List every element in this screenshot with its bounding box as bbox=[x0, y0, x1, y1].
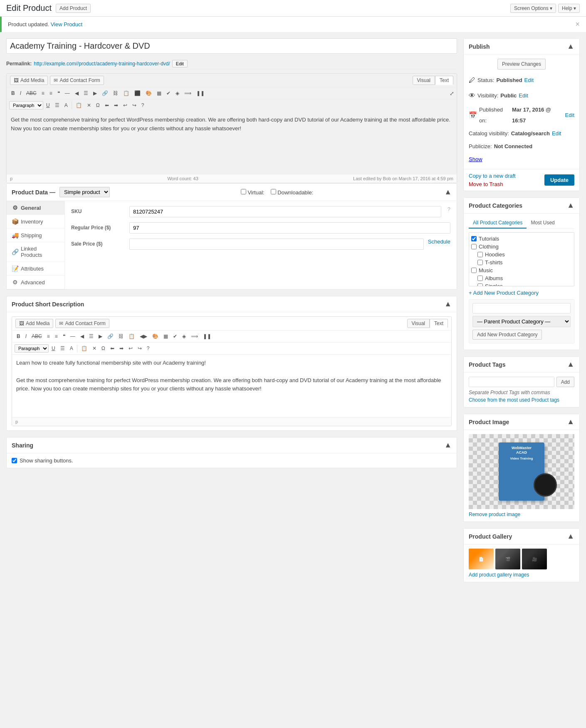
short-desc-visual-tab[interactable]: Visual bbox=[407, 319, 430, 328]
sd-indent-button[interactable]: ⟹ bbox=[189, 332, 200, 340]
sd-indent2-button[interactable]: ➡ bbox=[117, 344, 126, 353]
tags-add-button[interactable]: Add bbox=[556, 377, 574, 387]
category-singles-checkbox[interactable] bbox=[477, 283, 483, 286]
product-image-placeholder[interactable]: WebMaster ACAD Video Training bbox=[469, 434, 574, 509]
nav-linked[interactable]: 🔗 Linked Products bbox=[7, 242, 64, 262]
color-button[interactable]: 🎨 bbox=[143, 89, 154, 97]
short-description-header[interactable]: Product Short Description ▲ bbox=[7, 296, 457, 312]
choose-tags-link[interactable]: Choose from the most used Product tags bbox=[469, 397, 574, 403]
link-button[interactable]: 🔗 bbox=[100, 89, 110, 97]
italic-button[interactable]: I bbox=[18, 89, 23, 97]
nav-inventory[interactable]: 📦 Inventory bbox=[7, 215, 64, 229]
category-music-label[interactable]: Music bbox=[479, 267, 493, 273]
sd-bold-button[interactable]: B bbox=[15, 332, 22, 340]
update-button[interactable]: Update bbox=[544, 174, 574, 186]
special-button[interactable]: ✔ bbox=[164, 89, 173, 97]
category-clothing-label[interactable]: Clothing bbox=[479, 243, 499, 250]
add-media-button[interactable]: 🖼 Add Media bbox=[10, 76, 48, 85]
bold-button[interactable]: B bbox=[9, 89, 17, 97]
published-edit-link[interactable]: Edit bbox=[565, 110, 574, 121]
category-hoodies-label[interactable]: Hoodies bbox=[485, 251, 505, 258]
publish-toggle[interactable]: ▲ bbox=[567, 42, 574, 51]
category-tutorials-checkbox[interactable] bbox=[471, 236, 477, 241]
downloadable-checkbox-label[interactable]: Downloadable: bbox=[271, 189, 314, 196]
sharing-toggle[interactable]: ▲ bbox=[444, 441, 452, 450]
sd-redo-button[interactable]: ↪ bbox=[136, 344, 144, 353]
virtual-checkbox-label[interactable]: Virtual: bbox=[241, 189, 265, 196]
text-tab[interactable]: Text bbox=[435, 76, 453, 85]
publish-box-header[interactable]: Publish ▲ bbox=[464, 39, 579, 55]
ol-button[interactable]: ≡ bbox=[47, 89, 54, 97]
sd-link-button[interactable]: 🔗 bbox=[105, 332, 116, 340]
sd-underline-button[interactable]: U bbox=[49, 344, 57, 353]
sd-ul-button[interactable]: ≡ bbox=[45, 332, 52, 340]
sd-paste-button[interactable]: 📋 bbox=[79, 344, 89, 353]
catalog-edit-link[interactable]: Edit bbox=[552, 128, 561, 139]
all-categories-tab[interactable]: All Product Categories bbox=[469, 218, 527, 229]
category-list[interactable]: Tutorials Clothing Hoodies T-shirts bbox=[469, 232, 574, 286]
category-singles-label[interactable]: Singles bbox=[485, 283, 503, 286]
indent-button[interactable]: ⟹ bbox=[182, 89, 193, 97]
parent-category-select[interactable]: — Parent Product Category — bbox=[472, 316, 571, 327]
gallery-thumb-2[interactable]: 🎬 bbox=[495, 549, 520, 569]
nav-advanced[interactable]: ⚙ Advanced bbox=[7, 276, 64, 289]
status-edit-link[interactable]: Edit bbox=[524, 75, 534, 86]
help-button-editor[interactable]: ? bbox=[139, 101, 146, 109]
add-product-button[interactable]: Add Product bbox=[56, 4, 91, 13]
add-category-button[interactable]: Add New Product Category bbox=[472, 330, 542, 340]
align-left-button[interactable]: ◀ bbox=[73, 89, 81, 97]
sd-unlink-button[interactable]: ⛓ bbox=[116, 332, 126, 340]
product-gallery-header[interactable]: Product Gallery ▲ bbox=[464, 529, 579, 544]
short-desc-text-tab[interactable]: Text bbox=[430, 319, 448, 328]
redo-button[interactable]: ↪ bbox=[130, 101, 138, 109]
short-desc-add-contact-button[interactable]: ✉ Add Contact Form bbox=[55, 319, 109, 328]
paragraph-select[interactable]: Paragraph bbox=[9, 101, 43, 109]
remove-format-button[interactable]: ✕ bbox=[85, 101, 93, 109]
nav-attributes[interactable]: 📝 Attributes bbox=[7, 262, 64, 276]
category-hoodies-checkbox[interactable] bbox=[477, 252, 483, 257]
sd-hr-button[interactable]: — bbox=[68, 332, 77, 340]
text-color-button[interactable]: A bbox=[62, 101, 70, 109]
sd-ol-button[interactable]: ≡ bbox=[53, 332, 60, 340]
underline-button[interactable]: U bbox=[44, 101, 52, 109]
move-trash-link[interactable]: Move to Trash bbox=[469, 181, 503, 187]
sale-price-input[interactable] bbox=[129, 239, 424, 250]
category-tutorials-label[interactable]: Tutorials bbox=[479, 236, 499, 242]
sd-column-button[interactable]: ❚❚ bbox=[201, 332, 213, 340]
undo-button[interactable]: ↩ bbox=[121, 101, 129, 109]
sharing-header[interactable]: Sharing ▲ bbox=[7, 437, 457, 453]
short-desc-add-media-button[interactable]: 🖼 Add Media bbox=[15, 319, 53, 328]
column-button[interactable]: ❚❚ bbox=[194, 89, 207, 97]
preview-changes-button[interactable]: Preview Changes bbox=[497, 59, 546, 70]
ul-button[interactable]: ≡ bbox=[40, 89, 47, 97]
product-tags-header[interactable]: Product Tags ▲ bbox=[464, 357, 579, 373]
sd-table-button[interactable]: ▦ bbox=[161, 332, 170, 340]
sd-insert-button[interactable]: 📋 bbox=[126, 332, 137, 340]
edit-permalink-button[interactable]: Edit bbox=[172, 60, 188, 67]
sd-align-center-button[interactable]: ☰ bbox=[87, 332, 96, 340]
blockquote-button[interactable]: ❝ bbox=[55, 89, 62, 97]
expand-icon[interactable]: ⤢ bbox=[450, 90, 454, 97]
copy-draft-link[interactable]: Copy to a new draft bbox=[469, 173, 516, 179]
nav-general[interactable]: ⚙ General bbox=[7, 201, 64, 215]
add-contact-form-button[interactable]: ✉ Add Contact Form bbox=[50, 76, 104, 85]
sharing-checkbox[interactable] bbox=[12, 458, 17, 463]
sd-fullwidth-button[interactable]: ◀▶ bbox=[138, 332, 149, 340]
short-description-toggle[interactable]: ▲ bbox=[444, 300, 452, 308]
add-category-link[interactable]: + Add New Product Category bbox=[469, 290, 574, 296]
remove-image-link[interactable]: Remove product image bbox=[469, 512, 574, 517]
sku-input[interactable] bbox=[129, 206, 441, 217]
product-data-toggle[interactable]: ▲ bbox=[444, 188, 452, 196]
short-desc-editor-content[interactable]: Learn how to create fully functional mem… bbox=[12, 355, 451, 417]
hr-button[interactable]: — bbox=[63, 89, 72, 97]
sd-align-left-button[interactable]: ◀ bbox=[78, 332, 86, 340]
sd-help-button[interactable]: ? bbox=[145, 344, 152, 353]
main-editor-content[interactable]: Get the most comprehensive training for … bbox=[7, 112, 457, 174]
product-title-input[interactable] bbox=[6, 38, 457, 54]
product-type-select[interactable]: Simple product bbox=[59, 187, 110, 197]
sd-color-button[interactable]: 🎨 bbox=[150, 332, 161, 340]
sharing-label[interactable]: Show sharing buttons. bbox=[20, 457, 73, 464]
product-gallery-toggle[interactable]: ▲ bbox=[567, 532, 574, 541]
unlink-button[interactable]: ⛓ bbox=[111, 89, 120, 97]
category-tshirts-label[interactable]: T-shirts bbox=[485, 259, 503, 266]
